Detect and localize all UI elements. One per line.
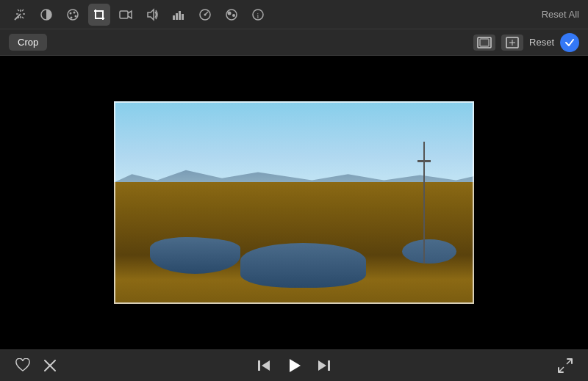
svg-text:i: i bbox=[257, 11, 259, 19]
info-icon[interactable]: i bbox=[247, 4, 269, 26]
svg-rect-20 bbox=[182, 14, 184, 20]
second-toolbar-right: Reset bbox=[473, 33, 579, 52]
svg-point-26 bbox=[232, 14, 235, 17]
svg-line-7 bbox=[22, 17, 24, 18]
svg-rect-15 bbox=[120, 11, 128, 18]
next-button[interactable] bbox=[317, 358, 331, 373]
second-toolbar: Crop Reset bbox=[0, 29, 588, 56]
video-canvas bbox=[114, 101, 474, 304]
svg-rect-34 bbox=[258, 360, 260, 371]
svg-rect-37 bbox=[328, 360, 330, 371]
svg-line-40 bbox=[559, 367, 564, 372]
dislike-button[interactable] bbox=[43, 358, 57, 373]
toolbar-icons: i bbox=[9, 4, 269, 26]
svg-line-0 bbox=[15, 14, 21, 20]
svg-marker-36 bbox=[290, 359, 301, 372]
landscape-image bbox=[114, 101, 474, 304]
bottom-center-controls bbox=[257, 358, 331, 374]
bottom-controls bbox=[0, 349, 588, 381]
video-area bbox=[0, 56, 588, 349]
aspect-ratio-button-1[interactable] bbox=[473, 35, 495, 51]
svg-line-8 bbox=[18, 10, 19, 11]
color-icon[interactable] bbox=[35, 4, 57, 26]
power-tower bbox=[417, 142, 431, 264]
fullscreen-button[interactable] bbox=[557, 358, 573, 374]
water-pool-2 bbox=[240, 243, 367, 288]
svg-marker-16 bbox=[148, 10, 154, 20]
previous-button[interactable] bbox=[257, 358, 271, 373]
svg-marker-35 bbox=[262, 360, 270, 371]
water-pool-1 bbox=[150, 237, 240, 274]
letterbox-bottom bbox=[0, 304, 588, 349]
reset-all-button[interactable]: Reset All bbox=[542, 9, 579, 20]
svg-marker-38 bbox=[318, 360, 326, 371]
svg-point-25 bbox=[228, 11, 232, 15]
svg-point-12 bbox=[74, 11, 76, 13]
bottom-left-controls bbox=[15, 358, 57, 373]
video-icon[interactable] bbox=[115, 4, 137, 26]
crop-button[interactable]: Crop bbox=[9, 34, 47, 51]
svg-point-10 bbox=[68, 10, 78, 20]
svg-point-14 bbox=[71, 16, 73, 18]
fx-icon[interactable] bbox=[220, 4, 243, 26]
bottom-right-controls bbox=[557, 358, 573, 374]
palette-icon[interactable] bbox=[62, 4, 84, 26]
svg-rect-19 bbox=[179, 11, 181, 20]
letterbox-top bbox=[0, 56, 588, 101]
play-button[interactable] bbox=[286, 358, 302, 374]
reset-button[interactable]: Reset bbox=[529, 37, 554, 48]
enhance-icon[interactable] bbox=[9, 4, 31, 26]
svg-line-5 bbox=[22, 10, 24, 11]
like-button[interactable] bbox=[15, 358, 31, 373]
svg-rect-30 bbox=[480, 39, 489, 46]
confirm-button[interactable] bbox=[560, 33, 579, 52]
speed-icon[interactable] bbox=[194, 4, 216, 26]
histogram-icon[interactable] bbox=[168, 4, 190, 26]
svg-point-23 bbox=[204, 13, 207, 15]
svg-point-11 bbox=[70, 12, 72, 14]
crop-tool-icon[interactable] bbox=[88, 4, 110, 26]
svg-line-39 bbox=[567, 359, 572, 364]
svg-point-24 bbox=[226, 10, 237, 20]
top-toolbar: i Reset All bbox=[0, 0, 588, 29]
svg-rect-17 bbox=[173, 15, 175, 20]
audio-icon[interactable] bbox=[141, 4, 163, 26]
svg-point-13 bbox=[75, 15, 77, 17]
aspect-ratio-button-2[interactable] bbox=[501, 35, 523, 51]
svg-rect-18 bbox=[176, 13, 178, 20]
